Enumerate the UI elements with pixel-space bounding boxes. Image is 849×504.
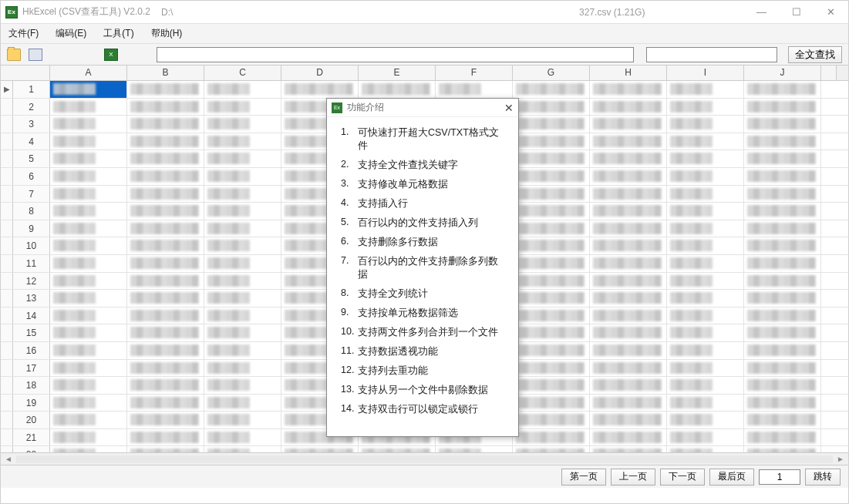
first-page-button[interactable]: 第一页 <box>561 469 606 486</box>
cell[interactable] <box>667 116 744 133</box>
cell[interactable] <box>744 150 821 167</box>
page-number-input[interactable] <box>759 469 800 485</box>
popup-titlebar[interactable]: Ex 功能介绍 ✕ <box>327 99 518 117</box>
cell[interactable] <box>204 360 281 377</box>
cell[interactable] <box>744 412 821 428</box>
cell[interactable] <box>127 377 204 394</box>
cell[interactable] <box>513 99 590 116</box>
cell[interactable] <box>513 81 590 98</box>
cell[interactable] <box>590 81 667 98</box>
cell[interactable] <box>744 220 821 237</box>
row-number[interactable]: 12 <box>13 273 50 290</box>
cell[interactable] <box>513 116 590 133</box>
cell[interactable] <box>513 412 590 428</box>
cell[interactable] <box>513 342 590 359</box>
cell[interactable] <box>513 377 590 394</box>
cell[interactable] <box>127 360 204 377</box>
cell[interactable] <box>359 81 436 98</box>
cell[interactable] <box>204 273 281 290</box>
cell[interactable] <box>590 412 667 428</box>
cell[interactable] <box>204 220 281 237</box>
cell[interactable] <box>590 99 667 116</box>
row-number[interactable]: 22 <box>13 446 50 452</box>
go-page-button[interactable]: 跳转 <box>805 469 841 486</box>
cell[interactable] <box>50 168 127 185</box>
cell[interactable] <box>50 307 127 324</box>
menu-encoding[interactable]: 编码(E) <box>56 27 86 40</box>
cell[interactable] <box>667 342 744 359</box>
cell[interactable] <box>127 290 204 307</box>
cell[interactable] <box>590 186 667 203</box>
cell[interactable] <box>667 307 744 324</box>
cell[interactable] <box>50 133 127 150</box>
column-header-A[interactable]: A <box>50 66 127 80</box>
cell[interactable] <box>590 290 667 307</box>
column-header-C[interactable]: C <box>204 66 281 80</box>
cell[interactable] <box>204 395 281 412</box>
cell[interactable] <box>513 290 590 307</box>
cell[interactable] <box>513 255 590 272</box>
cell[interactable] <box>127 116 204 133</box>
cell[interactable] <box>667 237 744 254</box>
formula-input[interactable] <box>157 47 634 62</box>
cell[interactable] <box>127 412 204 428</box>
cell[interactable] <box>667 99 744 116</box>
column-header-D[interactable]: D <box>281 66 359 80</box>
prev-page-button[interactable]: 上一页 <box>611 469 655 486</box>
cell[interactable] <box>50 150 127 167</box>
cell[interactable] <box>204 429 281 446</box>
cell[interactable] <box>436 81 513 98</box>
cell[interactable] <box>667 203 744 220</box>
row-number[interactable]: 3 <box>13 116 50 133</box>
cell[interactable] <box>590 377 667 394</box>
row-number[interactable]: 8 <box>13 203 50 220</box>
cell[interactable] <box>204 203 281 220</box>
cell[interactable] <box>127 133 204 150</box>
row-number[interactable]: 20 <box>13 412 50 428</box>
cell[interactable] <box>204 99 281 116</box>
cell[interactable] <box>744 203 821 220</box>
cell[interactable] <box>50 273 127 290</box>
excel-icon[interactable]: X <box>104 49 118 61</box>
cell[interactable] <box>667 255 744 272</box>
cell[interactable] <box>744 81 821 98</box>
column-header-H[interactable]: H <box>590 66 667 80</box>
cell[interactable] <box>590 429 667 446</box>
cell[interactable] <box>590 237 667 254</box>
cell[interactable] <box>513 133 590 150</box>
last-page-button[interactable]: 最后页 <box>709 469 754 486</box>
cell[interactable] <box>127 273 204 290</box>
cell[interactable] <box>204 186 281 203</box>
cell[interactable] <box>590 116 667 133</box>
cell[interactable] <box>744 446 821 452</box>
cell[interactable] <box>744 273 821 290</box>
cell[interactable] <box>590 150 667 167</box>
cell[interactable] <box>127 186 204 203</box>
cell[interactable] <box>744 290 821 307</box>
row-number[interactable]: 18 <box>13 377 50 394</box>
cell[interactable] <box>590 273 667 290</box>
row-number[interactable]: 15 <box>13 324 50 341</box>
column-header-B[interactable]: B <box>127 66 204 80</box>
row-number[interactable]: 16 <box>13 342 50 359</box>
cell[interactable] <box>667 168 744 185</box>
column-header-E[interactable]: E <box>359 66 436 80</box>
cell[interactable] <box>590 307 667 324</box>
table-row[interactable]: ▶1 <box>1 81 848 99</box>
cell[interactable] <box>590 133 667 150</box>
cell[interactable] <box>744 116 821 133</box>
row-number[interactable]: 19 <box>13 395 50 412</box>
cell[interactable] <box>667 429 744 446</box>
menu-tools[interactable]: 工具(T) <box>103 27 133 40</box>
cell[interactable] <box>744 133 821 150</box>
cell[interactable] <box>50 290 127 307</box>
menu-help[interactable]: 帮助(H) <box>151 27 183 40</box>
maximize-button[interactable]: ☐ <box>779 1 814 23</box>
row-number[interactable]: 4 <box>13 133 50 150</box>
cell[interactable] <box>590 324 667 341</box>
row-number[interactable]: 5 <box>13 150 50 167</box>
cell[interactable] <box>590 395 667 412</box>
cell[interactable] <box>281 81 359 98</box>
cell[interactable] <box>127 324 204 341</box>
cell[interactable] <box>204 412 281 428</box>
